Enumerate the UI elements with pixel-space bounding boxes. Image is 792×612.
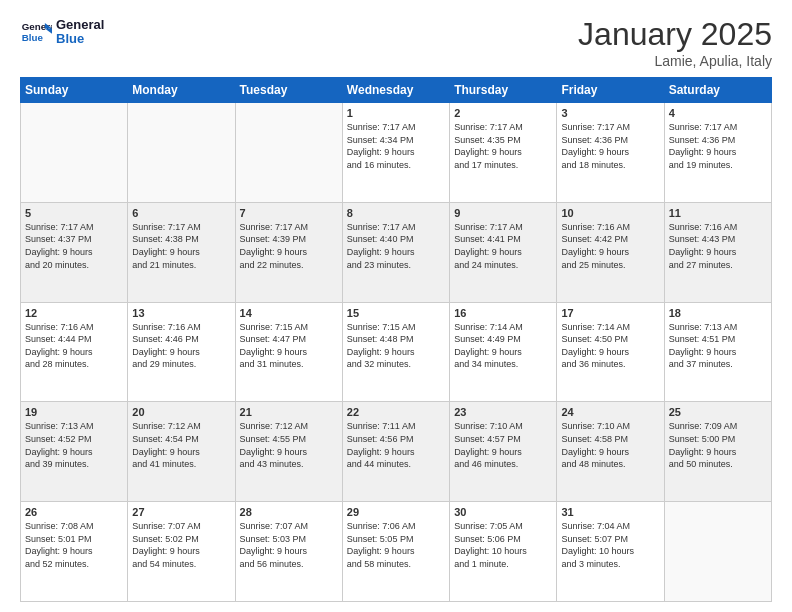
- weekday-header: Saturday: [664, 78, 771, 103]
- day-number: 30: [454, 506, 552, 518]
- day-info: Sunrise: 7:12 AM Sunset: 4:54 PM Dayligh…: [132, 420, 230, 470]
- calendar-cell: 24Sunrise: 7:10 AM Sunset: 4:58 PM Dayli…: [557, 402, 664, 502]
- page: General Blue General Blue January 2025 L…: [0, 0, 792, 612]
- calendar-cell: 31Sunrise: 7:04 AM Sunset: 5:07 PM Dayli…: [557, 502, 664, 602]
- calendar-cell: 6Sunrise: 7:17 AM Sunset: 4:38 PM Daylig…: [128, 202, 235, 302]
- calendar-cell: 2Sunrise: 7:17 AM Sunset: 4:35 PM Daylig…: [450, 103, 557, 203]
- day-info: Sunrise: 7:17 AM Sunset: 4:39 PM Dayligh…: [240, 221, 338, 271]
- weekday-header: Monday: [128, 78, 235, 103]
- day-info: Sunrise: 7:07 AM Sunset: 5:03 PM Dayligh…: [240, 520, 338, 570]
- day-number: 7: [240, 207, 338, 219]
- title-block: January 2025 Lamie, Apulia, Italy: [578, 16, 772, 69]
- day-number: 24: [561, 406, 659, 418]
- calendar-cell: 21Sunrise: 7:12 AM Sunset: 4:55 PM Dayli…: [235, 402, 342, 502]
- day-number: 25: [669, 406, 767, 418]
- day-number: 16: [454, 307, 552, 319]
- day-info: Sunrise: 7:14 AM Sunset: 4:50 PM Dayligh…: [561, 321, 659, 371]
- calendar-cell: 25Sunrise: 7:09 AM Sunset: 5:00 PM Dayli…: [664, 402, 771, 502]
- day-info: Sunrise: 7:17 AM Sunset: 4:38 PM Dayligh…: [132, 221, 230, 271]
- day-info: Sunrise: 7:17 AM Sunset: 4:40 PM Dayligh…: [347, 221, 445, 271]
- day-number: 11: [669, 207, 767, 219]
- weekday-header: Sunday: [21, 78, 128, 103]
- calendar-week-row: 1Sunrise: 7:17 AM Sunset: 4:34 PM Daylig…: [21, 103, 772, 203]
- day-info: Sunrise: 7:10 AM Sunset: 4:57 PM Dayligh…: [454, 420, 552, 470]
- calendar-cell: 16Sunrise: 7:14 AM Sunset: 4:49 PM Dayli…: [450, 302, 557, 402]
- day-info: Sunrise: 7:04 AM Sunset: 5:07 PM Dayligh…: [561, 520, 659, 570]
- calendar-cell: 15Sunrise: 7:15 AM Sunset: 4:48 PM Dayli…: [342, 302, 449, 402]
- day-number: 23: [454, 406, 552, 418]
- day-number: 6: [132, 207, 230, 219]
- day-info: Sunrise: 7:07 AM Sunset: 5:02 PM Dayligh…: [132, 520, 230, 570]
- calendar-cell: 8Sunrise: 7:17 AM Sunset: 4:40 PM Daylig…: [342, 202, 449, 302]
- day-number: 3: [561, 107, 659, 119]
- calendar-cell: 18Sunrise: 7:13 AM Sunset: 4:51 PM Dayli…: [664, 302, 771, 402]
- calendar-week-row: 12Sunrise: 7:16 AM Sunset: 4:44 PM Dayli…: [21, 302, 772, 402]
- day-info: Sunrise: 7:05 AM Sunset: 5:06 PM Dayligh…: [454, 520, 552, 570]
- day-info: Sunrise: 7:15 AM Sunset: 4:47 PM Dayligh…: [240, 321, 338, 371]
- calendar-cell: 9Sunrise: 7:17 AM Sunset: 4:41 PM Daylig…: [450, 202, 557, 302]
- day-info: Sunrise: 7:17 AM Sunset: 4:41 PM Dayligh…: [454, 221, 552, 271]
- day-number: 19: [25, 406, 123, 418]
- day-info: Sunrise: 7:17 AM Sunset: 4:36 PM Dayligh…: [561, 121, 659, 171]
- day-number: 14: [240, 307, 338, 319]
- calendar-cell: 29Sunrise: 7:06 AM Sunset: 5:05 PM Dayli…: [342, 502, 449, 602]
- day-info: Sunrise: 7:16 AM Sunset: 4:42 PM Dayligh…: [561, 221, 659, 271]
- svg-text:Blue: Blue: [22, 32, 44, 43]
- day-info: Sunrise: 7:06 AM Sunset: 5:05 PM Dayligh…: [347, 520, 445, 570]
- day-info: Sunrise: 7:17 AM Sunset: 4:34 PM Dayligh…: [347, 121, 445, 171]
- calendar-cell: 17Sunrise: 7:14 AM Sunset: 4:50 PM Dayli…: [557, 302, 664, 402]
- day-number: 21: [240, 406, 338, 418]
- day-number: 13: [132, 307, 230, 319]
- weekday-header-row: SundayMondayTuesdayWednesdayThursdayFrid…: [21, 78, 772, 103]
- calendar-cell: [128, 103, 235, 203]
- day-number: 29: [347, 506, 445, 518]
- calendar-cell: 26Sunrise: 7:08 AM Sunset: 5:01 PM Dayli…: [21, 502, 128, 602]
- logo-wordmark: General Blue: [56, 18, 104, 47]
- calendar-cell: 23Sunrise: 7:10 AM Sunset: 4:57 PM Dayli…: [450, 402, 557, 502]
- day-number: 12: [25, 307, 123, 319]
- day-number: 27: [132, 506, 230, 518]
- day-info: Sunrise: 7:16 AM Sunset: 4:44 PM Dayligh…: [25, 321, 123, 371]
- calendar-cell: 4Sunrise: 7:17 AM Sunset: 4:36 PM Daylig…: [664, 103, 771, 203]
- day-number: 15: [347, 307, 445, 319]
- calendar-week-row: 19Sunrise: 7:13 AM Sunset: 4:52 PM Dayli…: [21, 402, 772, 502]
- day-info: Sunrise: 7:15 AM Sunset: 4:48 PM Dayligh…: [347, 321, 445, 371]
- month-title: January 2025: [578, 16, 772, 53]
- day-info: Sunrise: 7:17 AM Sunset: 4:36 PM Dayligh…: [669, 121, 767, 171]
- day-number: 17: [561, 307, 659, 319]
- calendar-cell: 12Sunrise: 7:16 AM Sunset: 4:44 PM Dayli…: [21, 302, 128, 402]
- day-number: 22: [347, 406, 445, 418]
- day-info: Sunrise: 7:13 AM Sunset: 4:51 PM Dayligh…: [669, 321, 767, 371]
- day-info: Sunrise: 7:16 AM Sunset: 4:46 PM Dayligh…: [132, 321, 230, 371]
- calendar-cell: 22Sunrise: 7:11 AM Sunset: 4:56 PM Dayli…: [342, 402, 449, 502]
- day-info: Sunrise: 7:14 AM Sunset: 4:49 PM Dayligh…: [454, 321, 552, 371]
- day-number: 10: [561, 207, 659, 219]
- day-info: Sunrise: 7:11 AM Sunset: 4:56 PM Dayligh…: [347, 420, 445, 470]
- logo: General Blue General Blue: [20, 16, 104, 48]
- day-number: 9: [454, 207, 552, 219]
- day-info: Sunrise: 7:08 AM Sunset: 5:01 PM Dayligh…: [25, 520, 123, 570]
- calendar-table: SundayMondayTuesdayWednesdayThursdayFrid…: [20, 77, 772, 602]
- weekday-header: Friday: [557, 78, 664, 103]
- calendar-cell: [235, 103, 342, 203]
- day-number: 8: [347, 207, 445, 219]
- day-number: 5: [25, 207, 123, 219]
- day-number: 1: [347, 107, 445, 119]
- day-number: 31: [561, 506, 659, 518]
- calendar-cell: 3Sunrise: 7:17 AM Sunset: 4:36 PM Daylig…: [557, 103, 664, 203]
- day-number: 20: [132, 406, 230, 418]
- day-number: 26: [25, 506, 123, 518]
- calendar-cell: 7Sunrise: 7:17 AM Sunset: 4:39 PM Daylig…: [235, 202, 342, 302]
- calendar-cell: 14Sunrise: 7:15 AM Sunset: 4:47 PM Dayli…: [235, 302, 342, 402]
- weekday-header: Thursday: [450, 78, 557, 103]
- logo-line1: General: [56, 18, 104, 32]
- weekday-header: Wednesday: [342, 78, 449, 103]
- day-info: Sunrise: 7:12 AM Sunset: 4:55 PM Dayligh…: [240, 420, 338, 470]
- location: Lamie, Apulia, Italy: [578, 53, 772, 69]
- calendar-cell: 5Sunrise: 7:17 AM Sunset: 4:37 PM Daylig…: [21, 202, 128, 302]
- day-info: Sunrise: 7:17 AM Sunset: 4:37 PM Dayligh…: [25, 221, 123, 271]
- calendar-cell: 10Sunrise: 7:16 AM Sunset: 4:42 PM Dayli…: [557, 202, 664, 302]
- calendar-cell: 30Sunrise: 7:05 AM Sunset: 5:06 PM Dayli…: [450, 502, 557, 602]
- day-info: Sunrise: 7:13 AM Sunset: 4:52 PM Dayligh…: [25, 420, 123, 470]
- day-number: 18: [669, 307, 767, 319]
